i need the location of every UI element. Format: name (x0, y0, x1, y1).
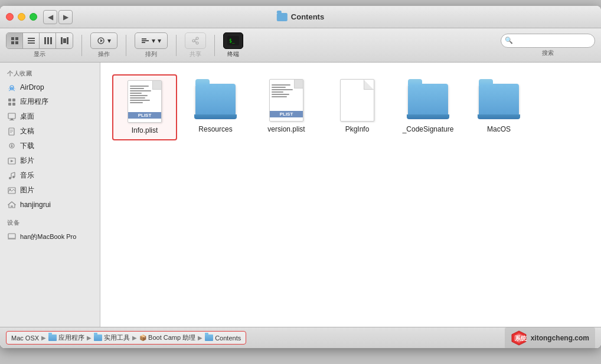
terminal-button[interactable]: $_ (223, 32, 243, 49)
sidebar-item-desktop[interactable]: 桌面 (0, 109, 100, 124)
folder-macos (479, 84, 519, 117)
sidebar-item-documents[interactable]: 文稿 (0, 124, 100, 139)
breadcrumb-arrow-4: ▶ (198, 335, 202, 341)
watermark-logo: 系统 (511, 330, 527, 346)
music-label: 音乐 (20, 170, 34, 181)
svg-text:系统: 系统 (515, 335, 527, 342)
separator-2 (126, 35, 126, 56)
plist-line-1 (130, 86, 149, 87)
svg-rect-2 (11, 41, 14, 44)
plist-line-2 (130, 88, 144, 89)
svg-marker-14 (100, 39, 103, 42)
search-icon: 🔍 (505, 37, 513, 44)
svg-rect-29 (12, 103, 15, 106)
sidebar-item-airdrop[interactable]: AirDrop (0, 80, 100, 94)
coverflow-view-button[interactable] (56, 33, 73, 48)
window-title: Contents (277, 12, 324, 21)
forward-button[interactable]: ▶ (58, 10, 73, 24)
music-icon (7, 171, 17, 181)
breadcrumb-bootcamp-icon: 📦 (139, 335, 146, 341)
share-section: 共享 (185, 32, 206, 58)
file-item-resources[interactable]: Resources (183, 74, 248, 140)
titlebar: ◀ ▶ Contents (0, 6, 601, 28)
file-name-info-plist: Info.plist (132, 126, 158, 135)
breadcrumb-bootcamp[interactable]: 📦 Boot Camp 助理 (139, 333, 195, 342)
svg-rect-6 (28, 42, 35, 44)
statusbar: Mac OSX ▶ 应用程序 ▶ 实用工具 ▶ 📦 Boot Camp 助理 ▶… (0, 327, 601, 348)
file-item-version-plist[interactable]: PLIST version.plist (254, 74, 319, 140)
sidebar-item-apps[interactable]: 应用程序 (0, 94, 100, 109)
plist-line-6 (130, 97, 145, 99)
sidebar-item-downloads[interactable]: 下载 (0, 139, 100, 153)
folder-icon-codesig (407, 79, 449, 122)
svg-rect-36 (10, 132, 12, 133)
watermark: 系统 xitongcheng.com (505, 327, 595, 349)
back-button[interactable]: ◀ (43, 10, 57, 24)
sidebar-item-home[interactable]: hanjingrui (0, 198, 100, 212)
share-button[interactable] (185, 32, 206, 49)
svg-text:$_: $_ (229, 38, 235, 44)
arrange-button[interactable]: ▾ ▾ (135, 32, 168, 49)
svg-rect-31 (11, 119, 13, 120)
breadcrumb-apps[interactable]: 应用程序 (48, 333, 84, 342)
breadcrumb-utilities-label: 实用工具 (104, 333, 130, 342)
downloads-icon (7, 142, 17, 151)
svg-rect-34 (10, 130, 13, 130)
apps-label: 应用程序 (20, 97, 48, 107)
svg-marker-39 (11, 146, 13, 147)
svg-rect-35 (10, 131, 13, 132)
generic-icon (340, 79, 374, 122)
plist-lines (130, 86, 153, 103)
svg-rect-7 (44, 37, 46, 44)
arrange-dropdown-icon: ▾ (158, 37, 161, 45)
file-item-info-plist[interactable]: PLIST Info.plist (112, 74, 177, 140)
svg-point-42 (9, 177, 11, 179)
maximize-button[interactable] (30, 13, 37, 21)
content-area: 个人收藏 AirDrop 应用程序 桌面 (0, 63, 601, 327)
sidebar-item-music[interactable]: 音乐 (0, 168, 100, 183)
breadcrumb-folder-icon-3 (205, 335, 213, 341)
plist-type-label: PLIST (128, 112, 161, 119)
file-name-resources: Resources (198, 125, 232, 133)
minimize-button[interactable] (18, 13, 25, 21)
breadcrumb-contents[interactable]: Contents (205, 335, 241, 342)
breadcrumb-utilities[interactable]: 实用工具 (94, 333, 130, 342)
svg-rect-28 (8, 103, 11, 106)
file-item-codesignature[interactable]: _CodeSignature (396, 74, 460, 140)
breadcrumb-macosx[interactable]: Mac OSX (11, 335, 39, 342)
sidebar-item-macbook[interactable]: han的MacBook Pro (0, 229, 100, 244)
breadcrumb-macosx-label: Mac OSX (11, 335, 39, 342)
breadcrumb: Mac OSX ▶ 应用程序 ▶ 实用工具 ▶ 📦 Boot Camp 助理 ▶… (6, 331, 246, 345)
action-section: ▾ 操作 (90, 32, 117, 58)
pictures-label: 图片 (20, 185, 34, 195)
title-folder-icon (277, 13, 288, 21)
close-button[interactable] (6, 13, 14, 21)
svg-line-22 (195, 41, 197, 42)
desktop-label: 桌面 (20, 112, 34, 122)
breadcrumb-arrow-2: ▶ (87, 335, 92, 341)
plist-icon-version: PLIST (269, 79, 303, 122)
file-item-macos[interactable]: MacOS (466, 74, 531, 140)
breadcrumb-contents-label: Contents (215, 335, 241, 342)
folder-icon-macos (478, 79, 520, 122)
svg-rect-11 (63, 38, 66, 43)
sidebar-item-movies[interactable]: 影片 (0, 153, 100, 168)
view-section: 显示 (6, 32, 73, 58)
watermark-text: xitongcheng.com (531, 334, 589, 342)
breadcrumb-folder-icon-1 (48, 335, 57, 341)
search-input[interactable] (501, 34, 595, 48)
action-button[interactable]: ▾ (90, 32, 117, 49)
svg-rect-27 (12, 99, 15, 101)
file-name-codesignature: _CodeSignature (403, 125, 454, 133)
arrange-section: ▾ ▾ 排列 (135, 32, 168, 58)
sidebar-item-pictures[interactable]: 图片 (0, 183, 100, 198)
column-view-button[interactable] (40, 33, 56, 48)
file-name-macos: MacOS (487, 125, 511, 133)
file-item-pkginfo[interactable]: PkgInfo (325, 74, 390, 140)
folder-resources (195, 84, 236, 117)
apps-icon (7, 97, 17, 107)
icon-view-button[interactable] (6, 33, 23, 48)
generic-file-icon-pkginfo (336, 79, 378, 122)
list-view-button[interactable] (23, 33, 40, 48)
plist-icon: PLIST (128, 80, 162, 123)
